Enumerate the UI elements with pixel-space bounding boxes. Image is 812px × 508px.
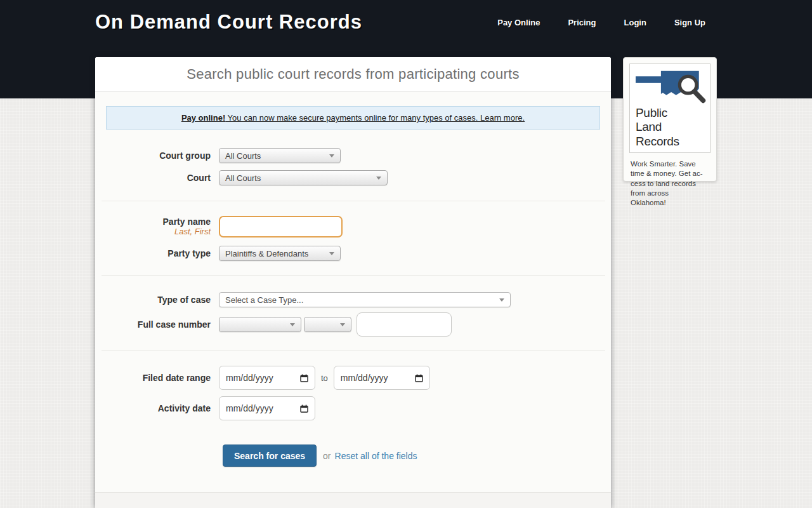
or-text: or — [323, 451, 331, 461]
case-number-court-select[interactable] — [304, 317, 351, 332]
ad-description: Work Smarter. Save time & money. Get ac-… — [624, 158, 716, 214]
notice-bold-text: Pay online! — [181, 113, 225, 123]
main-nav: Pay Online Pricing Login Sign Up — [497, 18, 705, 27]
site-logo-text[interactable]: On Demand Court Records — [95, 11, 362, 34]
public-land-records-logo[interactable]: Public Land Records — [629, 64, 710, 153]
chevron-down-icon — [340, 323, 345, 326]
party-name-input[interactable] — [219, 216, 343, 237]
filed-date-to-input[interactable]: mm/dd/yyyy — [334, 366, 430, 390]
party-type-label: Party type — [95, 248, 219, 258]
court-value: All Courts — [225, 173, 261, 183]
party-type-select[interactable]: Plaintiffs & Defendants — [219, 246, 341, 261]
date-range-joiner: to — [321, 373, 328, 383]
activity-date-label: Activity date — [95, 403, 219, 413]
date-placeholder: mm/dd/yyyy — [226, 403, 273, 413]
court-label: Court — [95, 173, 219, 183]
case-number-input[interactable] — [357, 312, 452, 337]
page-title: Search public court records from partici… — [95, 57, 611, 92]
party-name-label-text: Party name — [95, 217, 211, 227]
party-type-row: Party type Plaintiffs & Defendants — [95, 246, 341, 261]
party-name-label: Party name Last, First — [95, 217, 219, 236]
actions-row: Search for cases or Reset all of the fie… — [95, 444, 417, 467]
case-number-prefix-select[interactable] — [219, 317, 301, 332]
chevron-down-icon — [329, 252, 334, 255]
pay-online-notice-link[interactable]: Pay online! You can now make secure paym… — [106, 106, 600, 130]
chevron-down-icon — [329, 154, 334, 157]
nav-login[interactable]: Login — [624, 18, 646, 27]
logo-text-line2: Land Records — [636, 120, 705, 149]
court-select[interactable]: All Courts — [219, 170, 388, 185]
chevron-down-icon — [499, 298, 504, 302]
section-divider — [102, 275, 605, 276]
reset-fields-link[interactable]: Reset all of the fields — [335, 451, 417, 461]
court-group-select[interactable]: All Courts — [219, 148, 341, 163]
activity-date-input[interactable]: mm/dd/yyyy — [219, 396, 315, 420]
filed-date-from-input[interactable]: mm/dd/yyyy — [219, 366, 315, 390]
notice-text: You can now make secure payments online … — [225, 113, 525, 123]
nav-sign-up[interactable]: Sign Up — [674, 18, 705, 27]
chevron-down-icon — [290, 323, 295, 326]
calendar-icon — [415, 374, 423, 382]
case-number-label: Full case number — [95, 319, 219, 330]
chevron-down-icon — [376, 177, 381, 180]
card-footer — [95, 492, 611, 508]
party-type-value: Plaintiffs & Defendants — [225, 249, 308, 258]
party-name-format-hint: Last, First — [95, 227, 211, 237]
search-card: Search public court records from partici… — [95, 57, 611, 508]
case-type-select[interactable]: Select a Case Type... — [219, 292, 511, 307]
oklahoma-magnifier-icon — [636, 69, 708, 105]
calendar-icon — [300, 404, 308, 413]
logo-text: Public Land Records — [636, 106, 705, 149]
case-type-label: Type of case — [95, 295, 219, 305]
nav-pricing[interactable]: Pricing — [568, 18, 596, 27]
section-divider — [102, 201, 605, 201]
court-group-label: Court group — [95, 150, 219, 161]
nav-pay-online[interactable]: Pay Online — [497, 18, 540, 27]
section-divider — [102, 350, 605, 351]
date-placeholder: mm/dd/yyyy — [341, 373, 388, 383]
party-name-row: Party name Last, First — [95, 216, 343, 237]
filed-date-row: Filed date range mm/dd/yyyy to mm/dd/yyy… — [95, 366, 430, 390]
court-row: Court All Courts — [95, 170, 388, 185]
case-type-row: Type of case Select a Case Type... — [95, 292, 511, 307]
calendar-icon — [300, 374, 308, 382]
search-for-cases-button[interactable]: Search for cases — [223, 444, 317, 467]
date-placeholder: mm/dd/yyyy — [226, 373, 273, 383]
court-group-value: All Courts — [225, 151, 261, 161]
activity-date-row: Activity date mm/dd/yyyy — [95, 396, 315, 420]
logo-text-line1: Public — [636, 106, 705, 120]
public-land-records-ad[interactable]: Public Land Records Work Smarter. Save t… — [623, 57, 717, 182]
case-type-value: Select a Case Type... — [225, 295, 303, 305]
filed-date-label: Filed date range — [95, 373, 219, 383]
case-number-row: Full case number — [95, 312, 452, 337]
court-group-row: Court group All Courts — [95, 148, 341, 163]
page-background: On Demand Court Records Pay Online Prici… — [0, 0, 812, 508]
